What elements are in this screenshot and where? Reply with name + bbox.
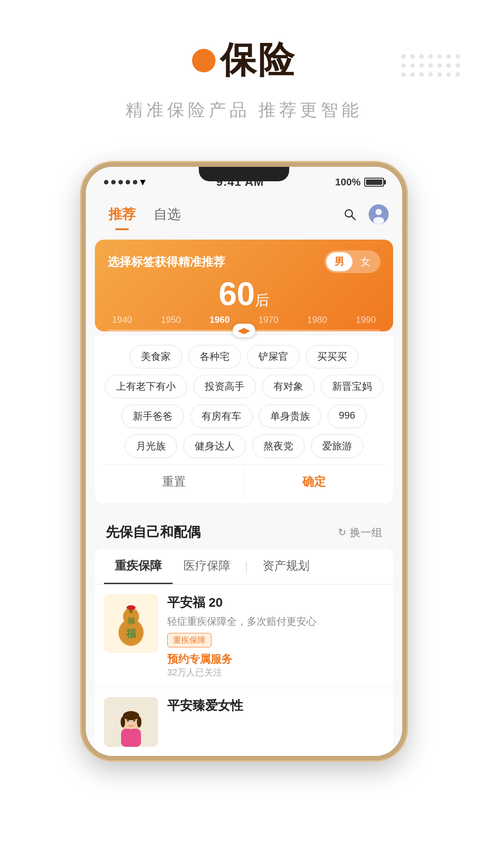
tags-row-4: 月光族 健身达人 熬夜党 爱旅游 (104, 434, 384, 458)
timeline-1970: 1970 (258, 315, 279, 325)
tag-996[interactable]: 996 (328, 405, 367, 428)
phone-frame: ▾ 9:41 AM 100% 推荐 自选 (81, 162, 407, 760)
status-left: ▾ (104, 176, 145, 188)
nav-icons (340, 204, 389, 224)
svg-rect-13 (128, 605, 134, 608)
app-title-row: 保险 (192, 36, 296, 85)
hero-section: 保险 精准保险产品 推荐更智能 (0, 0, 488, 153)
app-title: 保险 (220, 36, 296, 85)
tag-investor[interactable]: 投资高手 (193, 375, 256, 398)
svg-point-4 (373, 217, 384, 224)
timeline-1960: 1960 (210, 315, 230, 325)
battery-fill (366, 179, 382, 185)
product-image-2 (104, 697, 158, 747)
signal-dot5 (133, 180, 137, 184)
product-badge-1: 重疾保障 (167, 633, 211, 647)
orange-dot-icon (192, 49, 216, 72)
tag-shopper[interactable]: 买买买 (306, 345, 358, 368)
gender-female-btn[interactable]: 女 (352, 252, 379, 271)
tag-newmom[interactable]: 新晋宝妈 (321, 375, 383, 398)
product-card-2: 平安臻爱女性 (95, 688, 393, 756)
timeline-1990: 1990 (356, 315, 376, 325)
phone-notch (199, 167, 289, 181)
section-title: 先保自己和配偶 (106, 523, 201, 542)
tags-row-3: 新手爸爸 有房有车 单身贵族 996 (104, 405, 384, 428)
signal-dot3 (118, 180, 123, 184)
tag-family[interactable]: 上有老下有小 (105, 375, 187, 398)
tag-travel[interactable]: 爱旅游 (311, 434, 363, 458)
gender-male-btn[interactable]: 男 (326, 252, 352, 271)
card-title: 选择标签获得精准推荐 (108, 254, 225, 270)
battery-percent: 100% (335, 176, 361, 188)
svg-point-19 (123, 711, 139, 720)
timeline-1950: 1950 (161, 315, 181, 325)
age-slider-handle[interactable]: ◀▶ (233, 324, 255, 337)
product-image-1: 福 福 (104, 594, 158, 653)
svg-point-3 (375, 209, 382, 215)
svg-line-1 (352, 216, 355, 220)
phone-mockup: ▾ 9:41 AM 100% 推荐 自选 (0, 162, 488, 760)
tab-recommend[interactable]: 推荐 (99, 198, 145, 230)
timeline-1940: 1940 (112, 315, 132, 325)
age-slider-track[interactable]: ◀▶ (108, 330, 380, 331)
recommendation-card: 选择标签获得精准推荐 男 女 60后 1940 1950 1960 1970 1… (95, 240, 393, 331)
tag-relationship[interactable]: 有对象 (262, 375, 314, 398)
product-info-1: 平安福 20 轻症重疾保障全，多次赔付更安心 重疾保障 预约专属服务 32万人已… (167, 594, 384, 679)
tag-newdad[interactable]: 新手爸爸 (122, 405, 184, 428)
app-subtitle: 精准保险产品 推荐更智能 (126, 99, 363, 122)
signal-dot2 (111, 180, 116, 184)
svg-rect-15 (121, 729, 141, 747)
status-right: 100% (335, 176, 384, 188)
tags-row-1: 美食家 各种宅 铲屎官 买买买 (104, 345, 384, 368)
tag-fitness[interactable]: 健身达人 (183, 434, 246, 458)
section-header: 先保自己和配偶 ↻ 换一组 (95, 512, 393, 549)
tag-single[interactable]: 单身贵族 (259, 405, 321, 428)
product-desc-1: 轻症重疾保障全，多次赔付更安心 (167, 615, 384, 628)
signal-dot1 (104, 180, 108, 184)
tab-critical-illness[interactable]: 重疾保障 (104, 549, 173, 584)
tab-divider: | (241, 549, 252, 584)
change-group-button[interactable]: ↻ 换一组 (338, 525, 382, 540)
tab-custom[interactable]: 自选 (145, 198, 190, 230)
product-card-1: 福 福 平安福 20 轻症重疾保障全，多次赔付更安心 重疾保障 预约专属服务 3… (95, 585, 393, 688)
product-name-1: 平安福 20 (167, 594, 384, 611)
svg-text:福: 福 (127, 617, 135, 625)
card-header: 选择标签获得精准推荐 男 女 (108, 250, 380, 273)
wifi-icon: ▾ (140, 176, 145, 188)
svg-point-20 (121, 717, 125, 727)
tags-row-2: 上有老下有小 投资高手 有对象 新晋宝妈 (104, 375, 384, 398)
tag-homeowner[interactable]: 有房有车 (190, 405, 253, 428)
tags-section: 美食家 各种宅 铲屎官 买买买 上有老下有小 投资高手 有对象 新晋宝妈 新手爸… (95, 336, 393, 503)
gender-toggle[interactable]: 男 女 (324, 250, 380, 273)
confirm-button[interactable]: 确定 (244, 465, 385, 499)
refresh-icon: ↻ (338, 527, 346, 538)
user-avatar[interactable] (369, 204, 389, 224)
timeline-1980: 1980 (307, 315, 328, 325)
dot-grid-decoration (401, 54, 461, 78)
age-suffix: 后 (255, 292, 269, 308)
reset-button[interactable]: 重置 (104, 465, 244, 499)
tag-foodie[interactable]: 美食家 (130, 345, 182, 368)
action-row: 重置 确定 (104, 464, 384, 499)
tag-petowner[interactable]: 铲屎官 (247, 345, 300, 368)
tab-medical[interactable]: 医疗保障 (173, 549, 241, 584)
product-action-1[interactable]: 预约专属服务 (167, 652, 384, 666)
nav-bar: 推荐 自选 (86, 193, 402, 231)
tag-nightowl[interactable]: 熬夜党 (252, 434, 305, 458)
product-name-2: 平安臻爱女性 (167, 697, 384, 714)
battery-icon (364, 178, 384, 187)
tag-homebody[interactable]: 各种宅 (188, 345, 241, 368)
search-icon[interactable] (340, 204, 360, 224)
product-followers-1: 32万人已关注 (167, 666, 384, 679)
product-tabs: 重疾保障 医疗保障 | 资产规划 (95, 549, 393, 585)
tag-budget[interactable]: 月光族 (125, 434, 177, 458)
signal-dot4 (126, 180, 130, 184)
svg-text:福: 福 (126, 628, 136, 639)
tab-assets[interactable]: 资产规划 (252, 549, 320, 584)
age-display: 60后 (108, 278, 380, 310)
svg-point-21 (137, 717, 141, 727)
slider-arrows-icon: ◀▶ (238, 326, 250, 335)
product-info-2: 平安臻爱女性 (167, 697, 384, 747)
